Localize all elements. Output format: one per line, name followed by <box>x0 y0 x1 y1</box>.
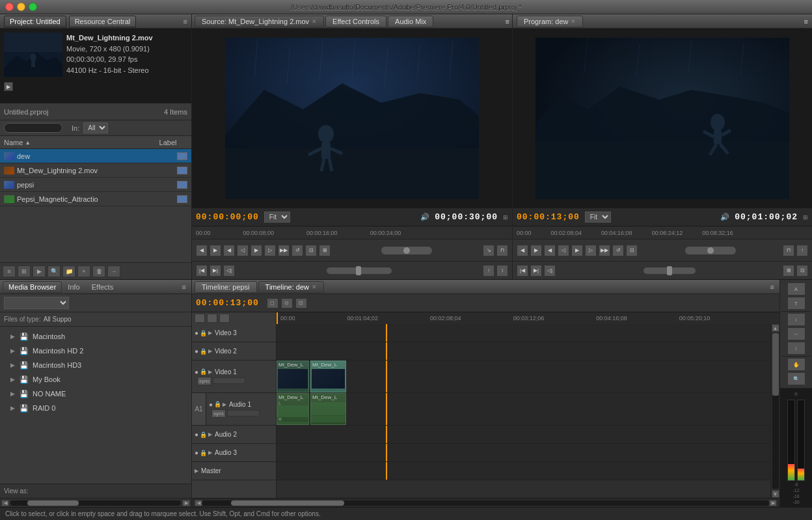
browser-item-mybook[interactable]: ▶ 💾 My Book <box>0 372 191 387</box>
info-tab[interactable]: Info <box>62 281 85 293</box>
video3-eye-icon[interactable]: ● <box>195 329 198 336</box>
to-out-button[interactable]: ▶| <box>210 265 221 277</box>
prog-lift[interactable]: ↑ <box>796 245 808 256</box>
lift-button[interactable]: ↑ <box>483 265 494 277</box>
source-tab-close[interactable]: ✕ <box>312 18 317 25</box>
effects-controls-tab[interactable]: Effect Controls <box>325 16 386 27</box>
more-button[interactable]: → <box>107 266 120 277</box>
rt-btn-text[interactable]: T <box>787 297 805 310</box>
step-back-button[interactable]: ◀ <box>223 245 235 256</box>
in-select[interactable]: All <box>83 122 108 133</box>
browser-item-macintosh-hd2[interactable]: ▶ 💾 Macintosh HD 2 <box>0 344 191 358</box>
tl-btn-link[interactable]: ⊡ <box>295 298 307 308</box>
media-browser-menu[interactable]: ≡ <box>180 283 189 291</box>
source-tab[interactable]: Source: Mt_Dew_Lightning 2.mov ✕ <box>195 16 324 27</box>
mark-in-button[interactable]: ◀ <box>196 245 208 256</box>
extract-button[interactable]: ↕ <box>496 265 508 277</box>
video1-track-content[interactable]: Mt_Dew_L Mt_Dew_L <box>277 361 770 393</box>
new-bin-button[interactable]: 📁 <box>62 266 75 277</box>
prog-play[interactable]: ▶ <box>571 245 583 256</box>
project-tab[interactable]: Project: Untitled <box>4 16 66 27</box>
prog-audio-slider[interactable] <box>643 267 696 274</box>
find-button[interactable]: 🔍 <box>47 266 61 277</box>
rt-arrow-btn[interactable]: ↔ <box>787 327 805 340</box>
delete-button[interactable]: 🗑 <box>92 266 105 277</box>
timeline-dew-tab[interactable]: Timeline: dew ✕ <box>258 281 324 293</box>
video1-track-sync[interactable]: sync <box>197 377 211 385</box>
browser-item-macintosh-hd3[interactable]: ▶ 💾 Macintosh HD3 <box>0 358 191 372</box>
media-type-dropdown[interactable] <box>4 297 69 309</box>
v-scroll-track[interactable] <box>772 333 779 489</box>
audio1-track-content[interactable]: Mt_Dew_L L R Mt_Dew_L <box>277 393 770 426</box>
video3-expand-icon[interactable]: ▶ <box>208 330 213 336</box>
program-tab[interactable]: Program: dew ✕ <box>517 16 583 27</box>
prog-prev-edit[interactable]: ◁| <box>544 265 556 277</box>
browser-item-noname[interactable]: ▶ 💾 NO NAME <box>0 387 191 401</box>
tl-tool-1[interactable] <box>195 314 205 323</box>
video1-clip2[interactable]: Mt_Dew_L <box>310 361 346 392</box>
master-expand-icon[interactable]: ▶ <box>195 468 200 474</box>
program-panel-menu[interactable]: ≡ <box>804 18 808 25</box>
to-in-button[interactable]: |◀ <box>196 265 208 277</box>
source-panel-menu[interactable]: ≡ <box>506 18 509 25</box>
prog-mark-out[interactable]: ▶ <box>530 245 542 256</box>
video1-lock-icon[interactable]: 🔒 <box>200 368 207 375</box>
project-item-dew[interactable]: dew <box>0 149 191 163</box>
rt-arrow2-btn[interactable]: ↕ <box>787 342 805 355</box>
loop-button[interactable]: ↺ <box>291 245 303 256</box>
effects-tab[interactable]: Effects <box>86 281 119 293</box>
prog-jog-shuttle[interactable] <box>684 246 737 255</box>
tl-tool-2[interactable] <box>207 314 217 323</box>
prog-mark-in[interactable]: ◀ <box>517 245 528 256</box>
audio1-expand-icon[interactable]: ▶ <box>223 402 228 407</box>
tl-btn-in-out[interactable]: ◻ <box>267 298 278 308</box>
audio2-eye-icon[interactable]: ● <box>195 431 198 438</box>
prog-step-back[interactable]: ◀ <box>544 245 556 256</box>
scroll-left[interactable]: ◀ <box>1 500 9 506</box>
audio2-lock-icon[interactable]: 🔒 <box>200 431 207 438</box>
tl-btn-snap[interactable]: ⊙ <box>281 298 293 308</box>
browser-item-macintosh[interactable]: ▶ 💾 Macintosh <box>0 329 191 344</box>
play-stop-button[interactable]: ▶ <box>250 245 262 256</box>
audio1-lock-icon[interactable]: 🔒 <box>214 401 221 407</box>
output-button[interactable]: ⊞ <box>319 245 331 256</box>
prog-prev-frame[interactable]: ◁ <box>558 245 569 256</box>
audio2-expand-icon[interactable]: ▶ <box>208 431 213 437</box>
audio3-eye-icon[interactable]: ● <box>195 449 198 456</box>
audio1-clip2[interactable]: Mt_Dew_L <box>310 393 346 425</box>
audio3-expand-icon[interactable]: ▶ <box>208 450 213 456</box>
new-item-button[interactable]: + <box>77 266 90 277</box>
video1-clip1[interactable]: Mt_Dew_L <box>277 361 309 392</box>
project-item-pepsi-mag[interactable]: Pepsi_Magnetic_Attractio <box>0 192 191 206</box>
source-fit-select[interactable]: Fit <box>264 212 290 223</box>
prev-edit-button[interactable]: ◁| <box>223 265 235 277</box>
scrollbar-track[interactable] <box>10 500 181 506</box>
audio-mix-tab[interactable]: Audio Mix <box>388 16 433 27</box>
scroll-down-button[interactable]: ▼ <box>772 490 779 498</box>
prog-to-in[interactable]: |◀ <box>517 265 528 277</box>
prog-safe-margins[interactable]: ⊡ <box>626 245 638 256</box>
tl-scroll-track[interactable] <box>202 500 769 506</box>
prog-multitrack[interactable]: ⊞ <box>783 265 794 277</box>
program-tab-close[interactable]: ✕ <box>571 18 576 25</box>
program-fit-select[interactable]: Fit <box>585 212 611 223</box>
timeline-menu[interactable]: ≡ <box>768 283 777 291</box>
tl-scroll-left[interactable]: ◀ <box>195 500 202 506</box>
video1-expand-icon[interactable]: ▶ <box>208 369 213 375</box>
timeline-dew-close[interactable]: ✕ <box>312 284 317 290</box>
minimize-button[interactable] <box>17 3 25 11</box>
prev-frame-button[interactable]: ◁ <box>237 245 249 256</box>
mark-out-button[interactable]: ▶ <box>210 245 221 256</box>
prog-step-fwd[interactable]: ▶▶ <box>599 245 610 256</box>
insert-button[interactable]: ↘ <box>483 245 494 256</box>
rt-move-btn[interactable]: ↕ <box>787 313 805 326</box>
preview-play-button[interactable]: ▶ <box>4 82 13 91</box>
video3-lock-icon[interactable]: 🔒 <box>200 330 207 336</box>
audio1-track-sync[interactable]: sync <box>211 409 226 418</box>
overwrite-button[interactable]: ⊓ <box>496 245 508 256</box>
browser-item-raid0[interactable]: ▶ 💾 RAID 0 <box>0 401 191 415</box>
prog-trim[interactable]: ⊓ <box>783 245 794 256</box>
tl-scroll-right[interactable]: ▶ <box>769 500 777 506</box>
icon-view-button[interactable]: ⊞ <box>18 266 31 277</box>
rt-btn-a[interactable]: A <box>787 282 805 295</box>
